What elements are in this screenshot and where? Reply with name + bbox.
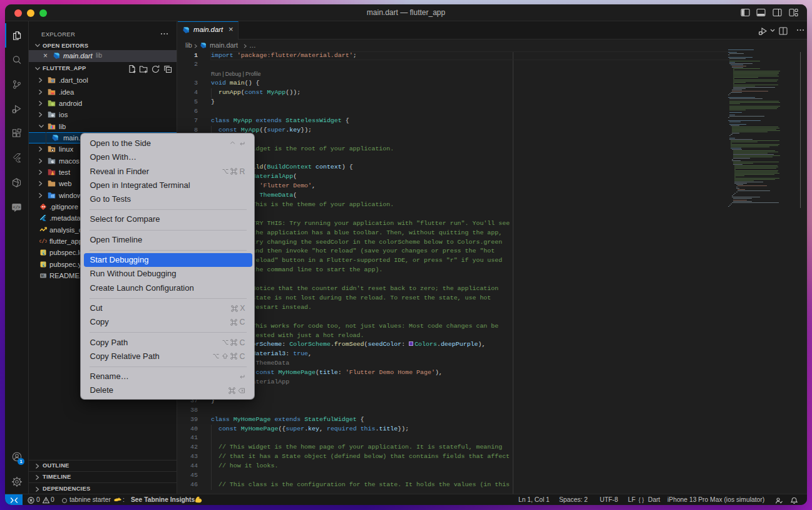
svg-text:M↓: M↓	[41, 274, 46, 278]
svg-text:</>: </>	[39, 239, 47, 245]
svg-text:</>: </>	[13, 205, 21, 209]
